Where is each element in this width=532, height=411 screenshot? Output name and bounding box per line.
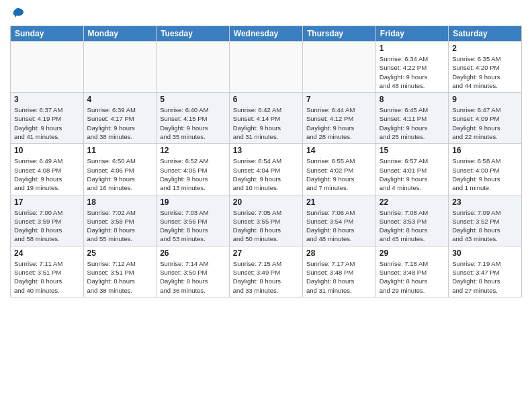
day-number: 6 [233, 95, 299, 104]
calendar-cell: 15Sunrise: 6:57 AM Sunset: 4:01 PM Dayli… [375, 144, 448, 195]
day-info: Sunrise: 7:11 AM Sunset: 3:51 PM Dayligh… [14, 259, 80, 295]
day-number: 7 [306, 95, 372, 104]
calendar-week-row: 3Sunrise: 6:37 AM Sunset: 4:19 PM Daylig… [11, 93, 522, 144]
day-info: Sunrise: 7:12 AM Sunset: 3:51 PM Dayligh… [87, 259, 153, 295]
day-number: 22 [380, 197, 445, 207]
day-info: Sunrise: 6:57 AM Sunset: 4:01 PM Dayligh… [380, 156, 445, 192]
day-info: Sunrise: 6:39 AM Sunset: 4:17 PM Dayligh… [87, 105, 153, 141]
day-number: 1 [380, 44, 445, 53]
day-number: 12 [160, 146, 226, 155]
day-info: Sunrise: 7:06 AM Sunset: 3:54 PM Dayligh… [306, 208, 372, 244]
logo-bird-icon [11, 7, 25, 20]
day-header-monday: Monday [83, 26, 157, 42]
day-info: Sunrise: 6:49 AM Sunset: 4:08 PM Dayligh… [14, 156, 80, 192]
day-info: Sunrise: 7:09 AM Sunset: 3:52 PM Dayligh… [452, 208, 518, 244]
day-info: Sunrise: 6:55 AM Sunset: 4:02 PM Dayligh… [306, 156, 372, 192]
calendar-cell: 2Sunrise: 6:35 AM Sunset: 4:20 PM Daylig… [449, 42, 522, 93]
day-info: Sunrise: 6:54 AM Sunset: 4:04 PM Dayligh… [233, 156, 299, 192]
calendar-week-row: 10Sunrise: 6:49 AM Sunset: 4:08 PM Dayli… [11, 144, 522, 195]
day-info: Sunrise: 7:00 AM Sunset: 3:59 PM Dayligh… [14, 208, 80, 244]
day-header-tuesday: Tuesday [157, 26, 230, 42]
day-info: Sunrise: 6:42 AM Sunset: 4:14 PM Dayligh… [233, 105, 299, 141]
calendar-cell: 4Sunrise: 6:39 AM Sunset: 4:17 PM Daylig… [83, 93, 157, 144]
day-header-sunday: Sunday [11, 26, 84, 42]
calendar-cell [303, 42, 376, 93]
day-number: 5 [160, 95, 226, 104]
day-info: Sunrise: 6:44 AM Sunset: 4:12 PM Dayligh… [306, 105, 372, 141]
day-info: Sunrise: 7:18 AM Sunset: 3:48 PM Dayligh… [380, 259, 445, 295]
calendar-cell [157, 42, 230, 93]
calendar-cell: 20Sunrise: 7:05 AM Sunset: 3:55 PM Dayli… [229, 195, 302, 246]
day-info: Sunrise: 6:50 AM Sunset: 4:06 PM Dayligh… [87, 156, 153, 192]
calendar-cell: 24Sunrise: 7:11 AM Sunset: 3:51 PM Dayli… [11, 246, 84, 297]
calendar-cell: 22Sunrise: 7:08 AM Sunset: 3:53 PM Dayli… [375, 195, 448, 246]
calendar-header-row: SundayMondayTuesdayWednesdayThursdayFrid… [11, 26, 522, 42]
calendar-cell: 13Sunrise: 6:54 AM Sunset: 4:04 PM Dayli… [229, 144, 302, 195]
day-header-wednesday: Wednesday [229, 26, 302, 42]
day-header-saturday: Saturday [449, 26, 522, 42]
logo [10, 7, 25, 20]
calendar-cell: 10Sunrise: 6:49 AM Sunset: 4:08 PM Dayli… [11, 144, 84, 195]
day-info: Sunrise: 6:40 AM Sunset: 4:15 PM Dayligh… [160, 105, 226, 141]
day-number: 8 [380, 95, 445, 104]
calendar-cell: 11Sunrise: 6:50 AM Sunset: 4:06 PM Dayli… [83, 144, 157, 195]
calendar-cell: 25Sunrise: 7:12 AM Sunset: 3:51 PM Dayli… [83, 246, 157, 297]
day-number: 25 [87, 248, 153, 258]
day-number: 18 [87, 197, 153, 207]
calendar-table: SundayMondayTuesdayWednesdayThursdayFrid… [10, 26, 522, 298]
calendar-cell: 16Sunrise: 6:58 AM Sunset: 4:00 PM Dayli… [449, 144, 522, 195]
day-number: 23 [452, 197, 518, 207]
calendar-cell: 8Sunrise: 6:45 AM Sunset: 4:11 PM Daylig… [375, 93, 448, 144]
day-number: 10 [14, 146, 80, 155]
page-header [10, 7, 522, 20]
calendar-cell: 7Sunrise: 6:44 AM Sunset: 4:12 PM Daylig… [303, 93, 376, 144]
calendar-cell: 23Sunrise: 7:09 AM Sunset: 3:52 PM Dayli… [449, 195, 522, 246]
day-number: 27 [233, 248, 299, 258]
day-info: Sunrise: 7:02 AM Sunset: 3:58 PM Dayligh… [87, 208, 153, 244]
day-number: 4 [87, 95, 153, 104]
day-number: 29 [380, 248, 445, 258]
page-container: SundayMondayTuesdayWednesdayThursdayFrid… [0, 0, 532, 301]
day-info: Sunrise: 7:08 AM Sunset: 3:53 PM Dayligh… [380, 208, 445, 244]
calendar-cell: 19Sunrise: 7:03 AM Sunset: 3:56 PM Dayli… [157, 195, 230, 246]
day-number: 11 [87, 146, 153, 155]
day-number: 14 [306, 146, 372, 155]
day-number: 3 [14, 95, 80, 104]
calendar-cell [11, 42, 84, 93]
day-number: 20 [233, 197, 299, 207]
calendar-cell: 17Sunrise: 7:00 AM Sunset: 3:59 PM Dayli… [11, 195, 84, 246]
day-header-thursday: Thursday [303, 26, 376, 42]
day-info: Sunrise: 7:15 AM Sunset: 3:49 PM Dayligh… [233, 259, 299, 295]
calendar-cell: 28Sunrise: 7:17 AM Sunset: 3:48 PM Dayli… [303, 246, 376, 297]
day-info: Sunrise: 7:03 AM Sunset: 3:56 PM Dayligh… [160, 208, 226, 244]
calendar-cell: 9Sunrise: 6:47 AM Sunset: 4:09 PM Daylig… [449, 93, 522, 144]
day-info: Sunrise: 6:58 AM Sunset: 4:00 PM Dayligh… [452, 156, 518, 192]
day-number: 28 [306, 248, 372, 258]
day-header-friday: Friday [375, 26, 448, 42]
day-info: Sunrise: 6:37 AM Sunset: 4:19 PM Dayligh… [14, 105, 80, 141]
logo-text [10, 7, 25, 20]
day-info: Sunrise: 6:47 AM Sunset: 4:09 PM Dayligh… [452, 105, 518, 141]
day-number: 13 [233, 146, 299, 155]
day-info: Sunrise: 6:45 AM Sunset: 4:11 PM Dayligh… [380, 105, 445, 141]
day-info: Sunrise: 7:19 AM Sunset: 3:47 PM Dayligh… [452, 259, 518, 295]
day-number: 17 [14, 197, 80, 207]
day-number: 30 [452, 248, 518, 258]
calendar-cell: 3Sunrise: 6:37 AM Sunset: 4:19 PM Daylig… [11, 93, 84, 144]
calendar-week-row: 17Sunrise: 7:00 AM Sunset: 3:59 PM Dayli… [11, 195, 522, 246]
day-number: 9 [452, 95, 518, 104]
calendar-cell: 21Sunrise: 7:06 AM Sunset: 3:54 PM Dayli… [303, 195, 376, 246]
calendar-cell: 26Sunrise: 7:14 AM Sunset: 3:50 PM Dayli… [157, 246, 230, 297]
day-info: Sunrise: 6:35 AM Sunset: 4:20 PM Dayligh… [452, 54, 518, 90]
day-info: Sunrise: 7:17 AM Sunset: 3:48 PM Dayligh… [306, 259, 372, 295]
day-info: Sunrise: 6:34 AM Sunset: 4:22 PM Dayligh… [380, 54, 445, 90]
day-number: 19 [160, 197, 226, 207]
calendar-cell: 1Sunrise: 6:34 AM Sunset: 4:22 PM Daylig… [375, 42, 448, 93]
calendar-cell: 29Sunrise: 7:18 AM Sunset: 3:48 PM Dayli… [375, 246, 448, 297]
calendar-cell: 5Sunrise: 6:40 AM Sunset: 4:15 PM Daylig… [157, 93, 230, 144]
calendar-cell: 18Sunrise: 7:02 AM Sunset: 3:58 PM Dayli… [83, 195, 157, 246]
calendar-cell: 27Sunrise: 7:15 AM Sunset: 3:49 PM Dayli… [229, 246, 302, 297]
day-number: 16 [452, 146, 518, 155]
calendar-cell [229, 42, 302, 93]
day-number: 26 [160, 248, 226, 258]
